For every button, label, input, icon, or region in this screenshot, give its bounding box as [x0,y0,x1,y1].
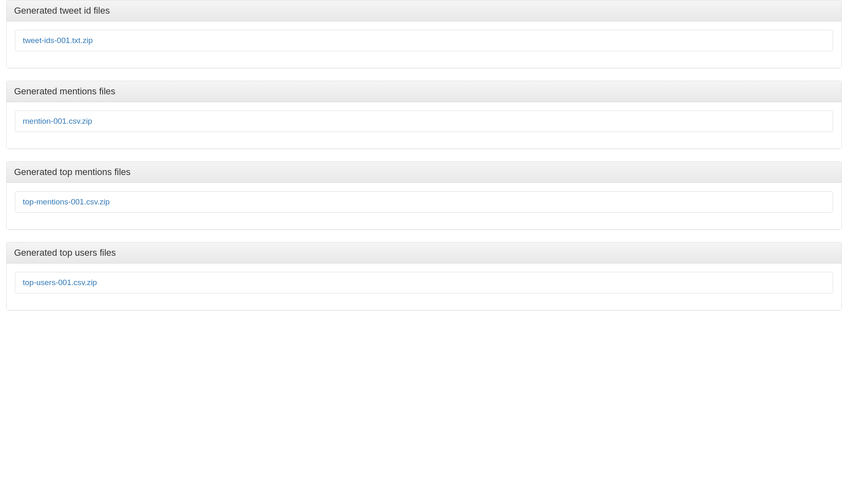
panel-top-users: Generated top users files top-users-001.… [6,242,842,310]
file-link[interactable]: top-mentions-001.csv.zip [15,192,833,212]
panel-body: top-users-001.csv.zip [7,264,841,310]
panel-heading: Generated tweet id files [7,0,841,22]
panel-title: Generated tweet id files [14,5,834,16]
file-list: mention-001.csv.zip [15,110,833,132]
panel-body: tweet-ids-001.txt.zip [7,22,841,68]
panel-top-mentions: Generated top mentions files top-mention… [6,161,842,230]
panel-tweet-ids: Generated tweet id files tweet-ids-001.t… [6,0,842,68]
panel-mentions: Generated mentions files mention-001.csv… [6,81,842,149]
panel-body: mention-001.csv.zip [7,102,841,149]
panel-title: Generated top mentions files [14,167,834,178]
file-list: top-users-001.csv.zip [15,272,833,293]
file-link[interactable]: tweet-ids-001.txt.zip [15,30,833,51]
panel-body: top-mentions-001.csv.zip [7,183,841,229]
panel-heading: Generated mentions files [7,81,841,102]
panel-heading: Generated top mentions files [7,162,841,183]
file-link[interactable]: mention-001.csv.zip [15,111,833,132]
panel-title: Generated mentions files [14,86,834,97]
file-list: top-mentions-001.csv.zip [15,191,833,213]
file-list: tweet-ids-001.txt.zip [15,30,833,51]
file-link[interactable]: top-users-001.csv.zip [15,272,833,293]
panel-heading: Generated top users files [7,242,841,264]
panel-title: Generated top users files [14,247,834,258]
